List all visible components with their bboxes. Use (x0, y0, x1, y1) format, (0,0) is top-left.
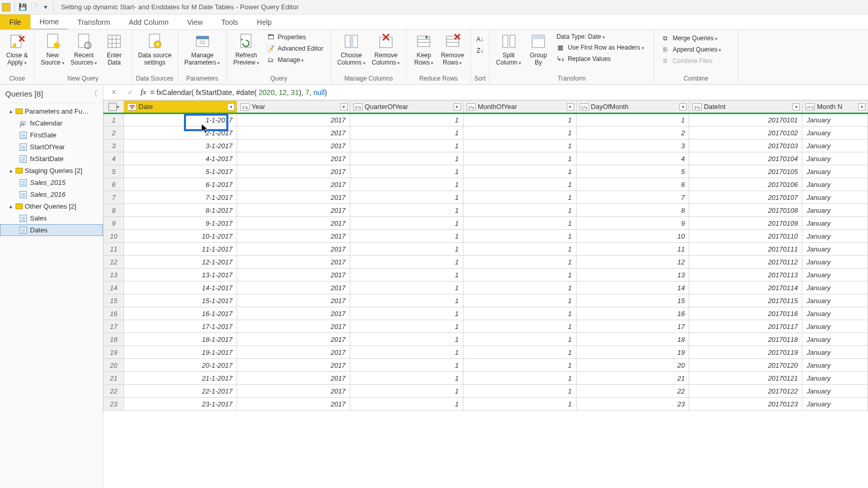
cell[interactable]: 1 (350, 269, 463, 281)
tab-file[interactable]: File (0, 14, 30, 29)
cell[interactable]: 20170117 (689, 320, 802, 333)
cell[interactable]: 2017 (237, 178, 350, 191)
sort-asc-button[interactable]: A↓ (474, 34, 486, 44)
cell[interactable]: 20170121 (689, 372, 802, 385)
cell[interactable]: 20170101 (689, 114, 802, 127)
cell[interactable]: 20170112 (689, 256, 802, 269)
cell[interactable]: January (802, 243, 868, 256)
filter-icon[interactable]: ▾ (454, 103, 461, 111)
cell[interactable]: January (802, 139, 868, 152)
row-number[interactable]: 7 (104, 191, 124, 204)
cell[interactable]: 1 (463, 204, 576, 217)
cell[interactable]: January (802, 320, 868, 333)
cell[interactable]: 9-1-2017 (124, 217, 237, 230)
cell[interactable]: 1 (350, 307, 463, 320)
table-row[interactable]: 99-1-2017201711920170109January (104, 217, 868, 230)
row-number[interactable]: 18 (104, 333, 124, 346)
tab-transform[interactable]: Transform (68, 14, 119, 29)
query-item[interactable]: Sales (0, 212, 103, 224)
table-row[interactable]: 1616-1-20172017111620170116January (104, 307, 868, 320)
row-number[interactable]: 8 (104, 204, 124, 217)
datatype-icon[interactable]: 1²₃ (467, 103, 476, 111)
cell[interactable]: 5 (576, 165, 689, 178)
cell[interactable]: January (802, 230, 868, 243)
cell[interactable]: 20170114 (689, 281, 802, 294)
row-number[interactable]: 10 (104, 230, 124, 243)
cell[interactable]: 1 (463, 191, 576, 204)
row-number[interactable]: 15 (104, 294, 124, 307)
query-item[interactable]: Sales_2015 (0, 177, 103, 188)
row-number[interactable]: 16 (104, 307, 124, 320)
cell[interactable]: 1 (350, 217, 463, 230)
cell[interactable]: January (802, 346, 868, 359)
cell[interactable]: 1 (350, 359, 463, 372)
cell[interactable]: 1 (350, 204, 463, 217)
table-row[interactable]: 44-1-2017201711420170104January (104, 152, 868, 165)
cell[interactable]: 1 (463, 114, 576, 127)
query-item[interactable]: fxStartDate (0, 153, 103, 165)
cell[interactable]: 23 (576, 398, 689, 411)
table-row[interactable]: 33-1-2017201711320170103January (104, 139, 868, 152)
cell[interactable]: 1 (350, 281, 463, 294)
cell[interactable]: 1 (463, 294, 576, 307)
cell[interactable]: 1 (463, 139, 576, 152)
cell[interactable]: 3-1-2017 (124, 139, 237, 152)
cell[interactable]: 6-1-2017 (124, 178, 237, 191)
cell[interactable]: 1 (463, 307, 576, 320)
cell[interactable]: 2017 (237, 398, 350, 411)
refresh-preview-button[interactable]: Refresh Preview (230, 31, 262, 69)
query-item[interactable]: Sales_2016 (0, 188, 103, 200)
cell[interactable]: 7-1-2017 (124, 191, 237, 204)
query-item[interactable]: StartOfYear (0, 141, 103, 153)
table-row[interactable]: 88-1-2017201711820170108January (104, 204, 868, 217)
cell[interactable]: 21-1-2017 (124, 372, 237, 385)
advanced-editor-button[interactable]: 📝Advanced Editor (265, 43, 326, 54)
cell[interactable]: 20170103 (689, 139, 802, 152)
cell[interactable]: 20170110 (689, 230, 802, 243)
table-row[interactable]: 1313-1-20172017111320170113January (104, 269, 868, 281)
collapse-pane-icon[interactable]: 〈 (90, 89, 98, 99)
cell[interactable]: 17 (576, 320, 689, 333)
cell[interactable]: 9 (576, 217, 689, 230)
cell[interactable]: 2017 (237, 152, 350, 165)
cell[interactable]: 1 (463, 165, 576, 178)
commit-formula-icon[interactable]: ✓ (124, 86, 136, 99)
cell[interactable]: 22-1-2017 (124, 385, 237, 398)
cell[interactable]: 8 (576, 204, 689, 217)
table-row[interactable]: 22-1-2017201711220170102January (104, 127, 868, 139)
filter-icon[interactable]: ▾ (227, 103, 235, 111)
group-by-button[interactable]: Group By (524, 31, 552, 69)
cancel-formula-icon[interactable]: ✕ (107, 86, 120, 99)
tab-add-column[interactable]: Add Column (119, 14, 178, 29)
table-row[interactable]: 1010-1-20172017111020170110January (104, 230, 868, 243)
recent-sources-button[interactable]: Recent Sources (68, 31, 101, 69)
cell[interactable]: 7 (576, 191, 689, 204)
table-row[interactable]: 2121-1-20172017112120170121January (104, 372, 868, 385)
cell[interactable]: 23-1-2017 (124, 398, 237, 411)
row-number[interactable]: 12 (104, 256, 124, 269)
cell[interactable]: 1 (463, 359, 576, 372)
cell[interactable]: January (802, 152, 868, 165)
remove-rows-button[interactable]: Remove Rows (438, 31, 467, 69)
datatype-icon[interactable]: 1²₃ (353, 103, 363, 111)
cell[interactable]: 2017 (237, 320, 350, 333)
cell[interactable]: 1 (350, 346, 463, 359)
table-row[interactable]: 1414-1-20172017111420170114January (104, 281, 868, 294)
enter-data-button[interactable]: Enter Data (100, 31, 128, 69)
cell[interactable]: 1 (463, 333, 576, 346)
sort-desc-button[interactable]: Z↓ (474, 45, 486, 56)
table-row[interactable]: 2222-1-20172017112220170122January (104, 385, 868, 398)
undo-icon[interactable]: 📄 (28, 2, 40, 13)
cell[interactable]: 1 (350, 114, 463, 127)
row-number[interactable]: 1 (104, 114, 124, 127)
cell[interactable]: 2017 (237, 114, 350, 127)
cell[interactable]: 19-1-2017 (124, 346, 237, 359)
cell[interactable]: January (802, 217, 868, 230)
cell[interactable]: 1 (463, 152, 576, 165)
cell[interactable]: January (802, 281, 868, 294)
datatype-icon[interactable]: Aᵇc (805, 103, 815, 111)
cell[interactable]: 1 (350, 294, 463, 307)
cell[interactable]: 3 (576, 139, 689, 152)
cell[interactable]: 13 (576, 269, 689, 281)
cell[interactable]: 1 (463, 269, 576, 281)
